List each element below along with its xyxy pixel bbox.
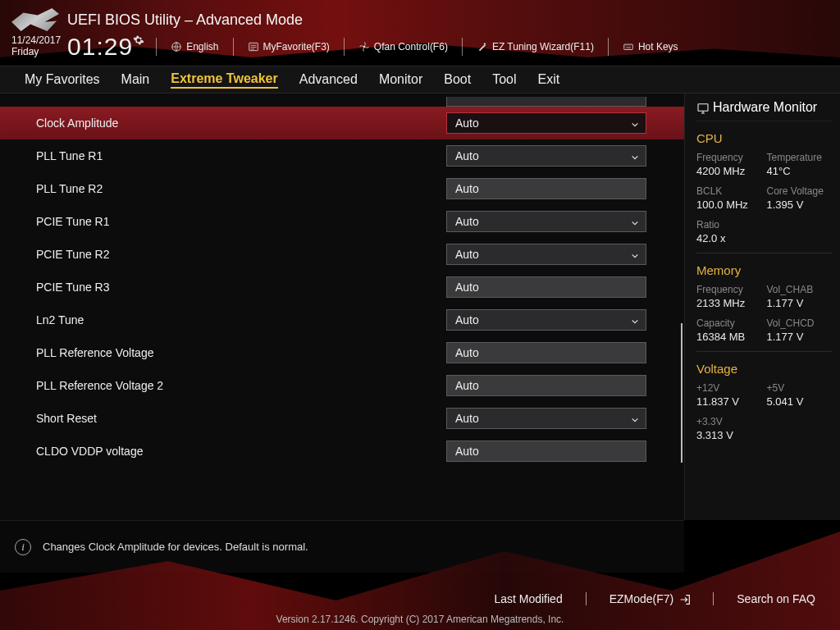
setting-value: Auto <box>455 215 479 228</box>
settings-panel: Clock AmplitudeAutoPLL Tune R1AutoPLL Tu… <box>0 94 684 520</box>
chevron-down-icon <box>631 317 639 326</box>
setting-row[interactable]: Short ResetAuto <box>0 402 684 435</box>
hw-label: BCLK <box>696 185 762 197</box>
separator <box>344 38 345 56</box>
svg-rect-4 <box>698 103 708 111</box>
chevron-down-icon <box>631 121 639 129</box>
setting-input[interactable]: Auto <box>446 276 646 298</box>
hw-value: 16384 MB <box>696 331 762 343</box>
keyboard-icon <box>623 41 634 52</box>
hotkeys-button[interactable]: Hot Keys <box>620 39 681 54</box>
qfan-label: Qfan Control(F6) <box>374 41 448 52</box>
chevron-down-icon <box>631 153 639 162</box>
setting-label: PLL Reference Voltage <box>36 346 446 359</box>
setting-row[interactable]: PLL Tune R2Auto <box>0 172 684 205</box>
app-title: UEFI BIOS Utility – Advanced Mode <box>67 11 303 29</box>
gear-icon <box>133 34 144 46</box>
partial-control <box>446 97 646 107</box>
hw-value: 41°C <box>767 165 833 177</box>
tab-exit[interactable]: Exit <box>538 72 560 87</box>
svg-rect-3 <box>624 44 633 49</box>
setting-row[interactable]: CLDO VDDP voltageAuto <box>0 435 684 468</box>
separator <box>608 38 609 56</box>
rog-logo-icon <box>11 8 59 31</box>
day-text: Friday <box>11 47 61 58</box>
myfavorite-button[interactable]: MyFavorite(F3) <box>245 39 332 54</box>
separator <box>713 592 714 605</box>
language-label: English <box>186 41 218 52</box>
setting-dropdown[interactable]: Auto <box>446 112 646 134</box>
hw-value: 3.313 V <box>696 429 762 441</box>
setting-dropdown[interactable]: Auto <box>446 309 646 331</box>
setting-dropdown[interactable]: Auto <box>446 244 646 265</box>
myfavorite-label: MyFavorite(F3) <box>263 41 330 52</box>
setting-label: PLL Tune R2 <box>36 182 446 195</box>
hw-label: Core Voltage <box>767 185 833 197</box>
hw-label: Capacity <box>696 317 762 329</box>
hwmon-title: Hardware Monitor <box>713 100 817 115</box>
tab-main[interactable]: Main <box>121 72 150 87</box>
tab-advanced[interactable]: Advanced <box>299 72 358 87</box>
ezmode-button[interactable]: EZMode(F7) <box>609 592 691 605</box>
search-faq-button[interactable]: Search on FAQ <box>737 592 815 605</box>
setting-value: Auto <box>455 116 479 130</box>
eztuning-button[interactable]: EZ Tuning Wizard(F11) <box>474 39 596 54</box>
main-tabs: My Favorites Main Extreme Tweaker Advanc… <box>0 66 840 94</box>
setting-row[interactable]: Clock AmplitudeAuto <box>0 107 684 139</box>
fan-icon <box>358 41 370 52</box>
setting-row[interactable]: PLL Reference VoltageAuto <box>0 336 684 369</box>
hw-value: 4200 MHz <box>696 165 762 177</box>
setting-dropdown[interactable]: Auto <box>446 408 646 429</box>
setting-label: PCIE Tune R3 <box>36 281 446 294</box>
setting-input[interactable]: Auto <box>446 342 646 363</box>
tab-tool[interactable]: Tool <box>492 72 516 87</box>
scrollbar-thumb[interactable] <box>681 323 682 463</box>
setting-row[interactable]: PLL Tune R1Auto <box>0 139 684 172</box>
setting-input[interactable]: Auto <box>446 178 646 199</box>
setting-value: Auto <box>455 412 479 425</box>
qfan-button[interactable]: Qfan Control(F6) <box>356 39 450 54</box>
setting-row[interactable]: PCIE Tune R1Auto <box>0 205 684 238</box>
version-text: Version 2.17.1246. Copyright (C) 2017 Am… <box>276 614 564 625</box>
footer: Last Modified EZMode(F7) Search on FAQ V… <box>0 581 840 630</box>
chevron-down-icon <box>631 219 639 227</box>
setting-label: PCIE Tune R2 <box>36 248 446 261</box>
setting-dropdown[interactable]: Auto <box>446 145 646 167</box>
last-modified-button[interactable]: Last Modified <box>494 592 562 605</box>
setting-label: PCIE Tune R1 <box>36 215 446 228</box>
setting-input[interactable]: Auto <box>446 375 646 396</box>
hw-label: +5V <box>767 382 833 394</box>
info-icon: i <box>15 539 31 555</box>
setting-row[interactable]: PCIE Tune R3Auto <box>0 271 684 304</box>
hardware-monitor-panel: Hardware Monitor CPU Frequency4200 MHz T… <box>684 94 840 520</box>
setting-row[interactable]: Ln2 TuneAuto <box>0 304 684 336</box>
hw-label: +12V <box>696 382 762 394</box>
setting-input[interactable]: Auto <box>446 441 646 462</box>
monitor-icon <box>696 102 708 113</box>
date-text: 11/24/2017 <box>11 35 61 47</box>
tab-extreme-tweaker[interactable]: Extreme Tweaker <box>171 71 277 89</box>
time-text: 01:29 <box>67 33 133 61</box>
divider <box>696 351 832 352</box>
language-selector[interactable]: English <box>168 39 221 54</box>
tab-boot[interactable]: Boot <box>444 72 471 87</box>
hwmon-header: Hardware Monitor <box>696 94 832 121</box>
separator <box>233 38 234 56</box>
setting-row[interactable]: PLL Reference Voltage 2Auto <box>0 369 684 402</box>
divider <box>696 253 832 253</box>
header-bar: UEFI BIOS Utility – Advanced Mode <box>0 0 840 33</box>
tab-my-favorites[interactable]: My Favorites <box>25 72 100 87</box>
hw-label: Vol_CHCD <box>767 317 833 329</box>
help-bar: i Changes Clock Amplitude for devices. D… <box>0 520 684 573</box>
setting-row[interactable]: PCIE Tune R2Auto <box>0 238 684 271</box>
hw-value: 5.041 V <box>767 395 833 408</box>
list-icon <box>248 41 259 52</box>
tab-monitor[interactable]: Monitor <box>379 72 422 87</box>
hotkeys-label: Hot Keys <box>638 41 678 52</box>
exit-arrow-icon <box>678 593 690 605</box>
partial-row-top <box>0 97 684 107</box>
time-display[interactable]: 01:29 <box>67 33 144 61</box>
setting-dropdown[interactable]: Auto <box>446 211 646 232</box>
hw-section-memory: Memory <box>696 263 832 277</box>
sub-header: 11/24/2017 Friday 01:29 English MyFavori… <box>0 33 840 66</box>
